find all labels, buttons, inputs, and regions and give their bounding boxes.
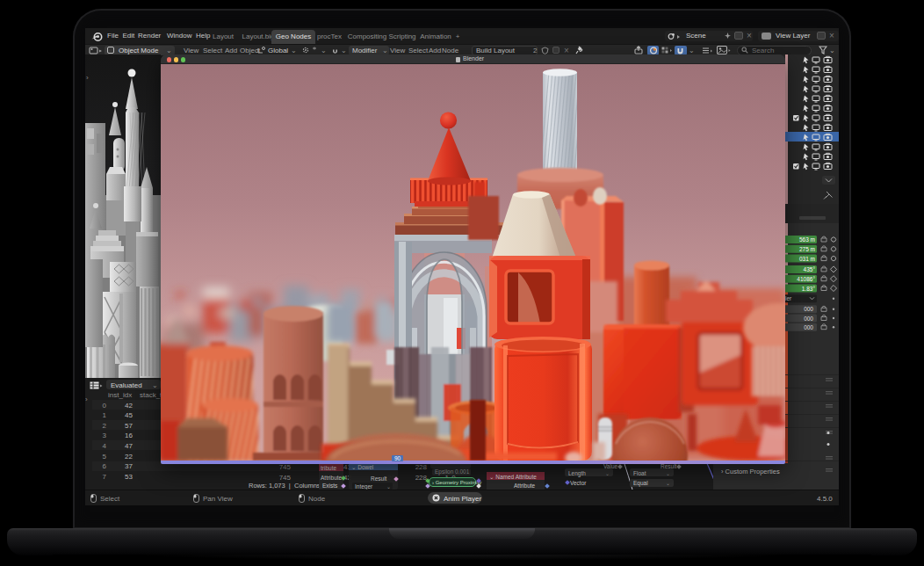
svg-text:ler: ler — [785, 295, 792, 301]
svg-text:000: 000 — [804, 324, 813, 330]
svg-text:000: 000 — [804, 316, 813, 322]
svg-text:1.83°: 1.83° — [802, 286, 816, 292]
svg-text:031 m: 031 m — [799, 256, 815, 262]
svg-text:275 m: 275 m — [799, 246, 815, 252]
svg-text:› Custom Properties: › Custom Properties — [721, 468, 780, 475]
svg-text:000: 000 — [804, 306, 813, 312]
svg-text:435°: 435° — [804, 266, 816, 272]
svg-text:563 m: 563 m — [799, 236, 815, 243]
svg-text:41086°: 41086° — [797, 276, 815, 282]
